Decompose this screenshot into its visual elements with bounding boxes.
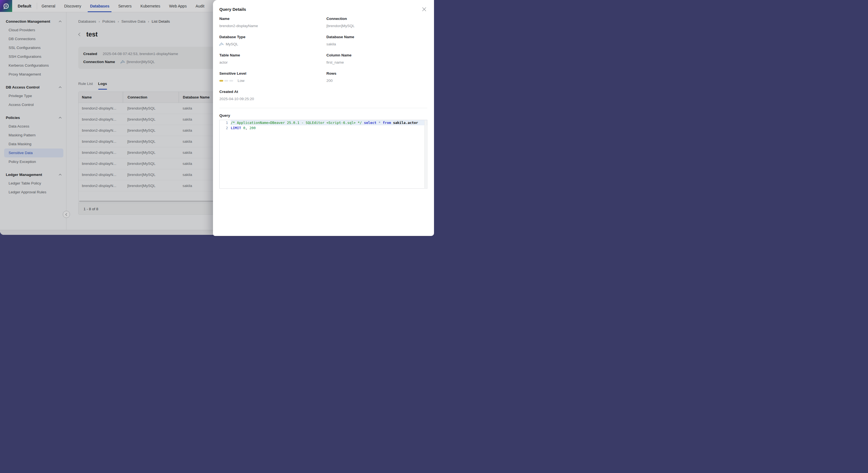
- field-label: Database Type: [219, 35, 327, 39]
- close-icon: [422, 7, 427, 11]
- code-vertical-scrollbar[interactable]: [424, 120, 427, 188]
- drawer-title: Query Details: [219, 7, 246, 11]
- field-value-text: MySQL: [226, 42, 238, 46]
- field-database-type: Database TypeMySQL: [219, 35, 327, 46]
- level-pill: [224, 80, 228, 82]
- level-pill: [229, 80, 233, 82]
- field-value: sakila: [327, 42, 427, 46]
- field-value-text: 2025-04-10 09:25:20: [219, 97, 254, 101]
- mysql-icon: [219, 42, 224, 46]
- code-text: LIMIT 0, 200: [231, 125, 427, 131]
- token-keyword: LIMIT: [231, 126, 241, 130]
- field-value: actor: [219, 60, 327, 65]
- sql-code-editor[interactable]: 1/* ApplicationName=DBeaver 25.0.1 - SQL…: [219, 120, 427, 189]
- token-keyword: from: [382, 121, 391, 125]
- field-value-text: first_name: [327, 60, 344, 65]
- field-connection: Connection[brendon]MySQL: [327, 16, 427, 28]
- field-value: Low: [219, 78, 327, 83]
- field-created-at: Created At2025-04-10 09:25:20: [219, 89, 327, 101]
- field-label: Database Name: [327, 35, 427, 39]
- field-value-text: Low: [238, 78, 245, 83]
- field-rows: Rows200: [327, 71, 427, 83]
- field-value-text: actor: [219, 60, 228, 65]
- field-label: Column Name: [327, 53, 427, 58]
- field-label: Name: [219, 16, 327, 21]
- field-database-name: Database Namesakila: [327, 35, 427, 46]
- token-plain: ,: [245, 126, 249, 130]
- field-column-name: Column Namefirst_name: [327, 53, 427, 65]
- drawer-fields: Namebrendon2-displayNameConnection[brend…: [213, 12, 434, 101]
- field-name: Namebrendon2-displayName: [219, 16, 327, 28]
- field-label: Sensitive Level: [219, 71, 327, 76]
- field-label: Connection: [327, 16, 427, 21]
- field-label: Table Name: [219, 53, 327, 58]
- field-value-text: sakila: [327, 42, 336, 46]
- code-line: 1/* ApplicationName=DBeaver 25.0.1 - SQL…: [220, 120, 427, 125]
- drawer-divider: [219, 108, 427, 108]
- line-number: 2: [220, 125, 231, 131]
- token-comment: /* ApplicationName=DBeaver 25.0.1 - SQLE…: [231, 121, 364, 125]
- token-keyword: select: [364, 121, 376, 125]
- field-value: first_name: [327, 60, 427, 65]
- sensitive-level-indicator: [219, 80, 233, 82]
- field-table-name: Table Nameactor: [219, 53, 327, 65]
- field-sensitive-level: Sensitive LevelLow: [219, 71, 327, 83]
- query-section-label: Query: [219, 114, 427, 118]
- code-line: 2LIMIT 0, 200: [220, 125, 427, 131]
- token-star: *: [378, 121, 381, 125]
- code-lines: 1/* ApplicationName=DBeaver 25.0.1 - SQL…: [220, 120, 427, 131]
- field-value: brendon2-displayName: [219, 24, 327, 28]
- code-text: /* ApplicationName=DBeaver 25.0.1 - SQLE…: [231, 120, 427, 125]
- field-value: MySQL: [219, 42, 327, 46]
- field-label: Created At: [219, 89, 327, 94]
- field-value: [brendon]MySQL: [327, 24, 427, 28]
- level-pill: [219, 80, 223, 82]
- token-number: 0: [243, 126, 245, 130]
- close-button[interactable]: [421, 6, 427, 12]
- field-value-text: [brendon]MySQL: [327, 24, 354, 28]
- field-label: Rows: [327, 71, 427, 76]
- field-value-text: brendon2-displayName: [219, 24, 258, 28]
- line-number: 1: [220, 120, 231, 125]
- token-plain: [391, 121, 393, 125]
- token-ident: sakila.actor: [393, 121, 418, 125]
- field-value: 2025-04-10 09:25:20: [219, 97, 327, 101]
- field-value-text: 200: [327, 78, 333, 83]
- field-value: 200: [327, 78, 427, 83]
- token-number: 200: [249, 126, 256, 130]
- query-details-drawer: Query Details Namebrendon2-displayNameCo…: [213, 0, 434, 236]
